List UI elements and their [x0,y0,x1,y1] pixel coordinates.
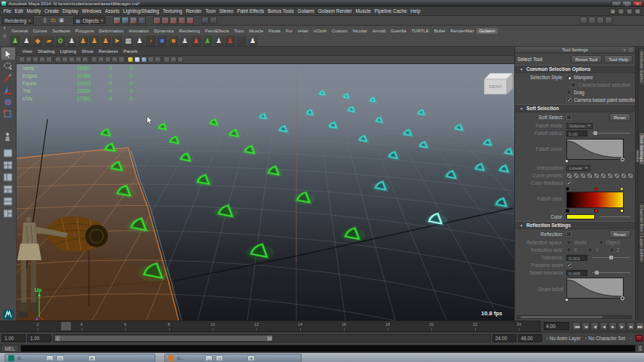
command-line-scroll-icon[interactable]: ▲▼ [637,345,643,352]
ipr-icon[interactable] [210,17,217,24]
menu-file[interactable]: File [2,8,13,14]
viewport-toolbar-icon-0[interactable] [19,57,25,63]
menu-windows[interactable]: Windows [80,8,103,14]
shelf-tab-animation[interactable]: Animation [126,28,151,34]
curve-preset-9[interactable] [627,173,633,179]
section-common-selection-options[interactable]: ▼Common Selection Options [515,65,635,73]
shelf-tab-polygons[interactable]: Polygons [72,28,96,34]
section-soft-selection[interactable]: ▼Soft Selection [515,104,635,112]
shelf-tab-fluids[interactable]: Fluids [266,28,284,34]
menu-render[interactable]: Render [184,8,204,14]
menu-create[interactable]: Create [43,8,61,14]
playback-start-field[interactable]: 1.00 [27,334,51,342]
seam-tolerance-slider[interactable] [592,272,630,273]
ramp-pos-black[interactable] [566,209,569,213]
playback-button-7[interactable]: ▶▶| [636,322,644,331]
open-scene-icon[interactable]: 🗀 [50,17,57,24]
preserve-seam-checkbox[interactable]: ✓ [566,262,572,268]
seam-tolerance-field[interactable]: 0.005 [566,270,587,276]
viewport-toolbar-icon-19[interactable] [134,57,140,63]
layout-persp-outliner-icon[interactable] [2,171,15,183]
menu-muscle[interactable]: Muscle [354,8,373,14]
render-icon-4[interactable] [178,17,186,24]
shelf-tab-turtle[interactable]: TURTLE [409,28,431,34]
shelf-icon-5[interactable]: ♟ [66,35,77,46]
shelf-icon-21[interactable]: ♟ [247,35,258,46]
seam-falloff-graph[interactable] [566,278,624,299]
menu-assets[interactable]: Assets [103,8,121,14]
menu-grid-icon-2[interactable]: ▤ [618,8,624,14]
range-end-handle[interactable]: 24 [267,336,272,341]
color-feedback-checkbox[interactable]: ✓ [566,180,572,186]
falloff-radius-field[interactable]: 5.00 [566,130,587,137]
menu-golaem-render[interactable]: Golaem Render [316,8,354,14]
viewport-toolbar-icon-23[interactable] [161,57,163,63]
minimize-button[interactable]: – [612,1,621,6]
layout-hypershade-icon[interactable] [2,207,15,219]
shelf-tab-arnold[interactable]: Arnold [370,28,388,34]
curve-key-start[interactable] [566,160,568,162]
menu-texturing[interactable]: Texturing [161,8,184,14]
curve-key-end[interactable] [621,158,624,161]
shelf-icon-6[interactable]: ♟ [78,35,88,46]
shelf-tab-renderman[interactable]: RenderMan [448,28,477,34]
shelf-tab-nicolaz[interactable]: Nicolaz [350,28,370,34]
curve-preset-2[interactable] [580,173,586,179]
reflection-reset-button[interactable]: Reset [609,230,630,238]
shelf-tab-rendering[interactable]: Rendering [176,28,202,34]
sidebar-toggle-tool-icon[interactable] [588,17,596,24]
snap-grid-icon[interactable] [113,17,121,24]
ramp-key-red[interactable] [594,187,598,191]
last-tool-icon[interactable] [2,130,15,143]
menu-golaem[interactable]: Golaem [296,8,316,14]
snap-point-icon[interactable] [130,17,137,24]
menu-bonus-tools[interactable]: Bonus Tools [266,8,296,14]
viewport-toolbar-icon-3[interactable] [39,57,45,63]
viewport-toolbar-icon-7[interactable] [62,57,68,63]
shelf-tab-painteffects[interactable]: PaintEffects [202,28,232,34]
viewport-toolbar-icon-4[interactable] [46,57,52,63]
menu-modify[interactable]: Modify [25,8,43,14]
curve-preset-3[interactable] [587,173,593,179]
maya-logo-icon[interactable] [2,308,15,321]
falloff-color-ramp[interactable] [566,187,624,213]
panel-menu-shading[interactable]: Shading [35,48,57,54]
viewport-toolbar-icon-15[interactable] [112,57,118,63]
playback-button-6[interactable]: ▶| [627,322,635,331]
falloff-curve-graph[interactable] [566,139,624,160]
menu-help[interactable]: Help [409,8,422,14]
section-reflection-settings[interactable]: ▼Reflection Settings [515,221,635,229]
shelf-tab-guerilla[interactable]: Guerilla [388,28,409,34]
shelf-icon-19[interactable]: ♟ [225,35,235,46]
playback-button-3[interactable]: ◀ [600,322,608,331]
viewport-toolbar-icon-22[interactable] [155,57,161,63]
render-icon-1[interactable] [153,17,161,24]
falloff-radius-slider[interactable] [592,133,630,133]
sidebar-toggle-attr-icon[interactable] [580,17,587,24]
curve-preset-1[interactable] [573,173,579,179]
seam-key-start[interactable] [566,299,568,301]
panel-menu-show[interactable]: Show [79,48,96,54]
render-icon-5[interactable] [186,17,194,24]
axis-x-radio[interactable] [566,247,572,253]
seam-key-end[interactable] [621,296,624,300]
sidebar-toggle-channel-icon[interactable] [596,17,604,24]
menu-stereo[interactable]: Stereo [217,8,235,14]
mel-label[interactable]: MEL [1,345,19,352]
layout-three-pane-icon[interactable] [2,183,15,195]
shelf-tab-toon[interactable]: Toon [232,28,247,34]
animation-end-field[interactable]: 48.00 [518,334,542,342]
reflection-checkbox[interactable] [566,232,572,237]
tolerance-field[interactable]: 0.001 [566,255,587,261]
status-divider[interactable] [108,17,111,24]
tolerance-slider[interactable] [592,257,630,258]
taskbar-maximize-icon[interactable]: □ [216,355,223,361]
scale-tool-icon[interactable] [2,108,15,120]
taskbar-close-icon[interactable]: ✕ [88,355,96,361]
shelf-tab-fur[interactable]: Fur [284,28,296,34]
taskbar-window-0[interactable]: O..._□✕ [5,354,155,362]
viewport-toolbar-icon-25[interactable] [170,57,176,63]
shelf-icon-20[interactable] [236,35,247,46]
save-scene-icon[interactable]: ▣ [58,17,66,24]
range-bar[interactable]: 1 24 [55,336,272,341]
